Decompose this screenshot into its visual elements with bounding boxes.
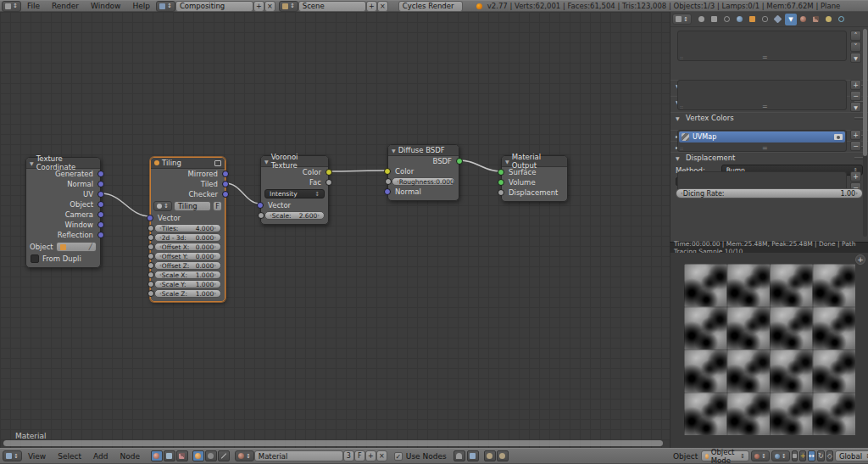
collapse-icon[interactable]: ▼ xyxy=(30,160,34,166)
menu-window[interactable]: Window xyxy=(91,2,121,10)
world-shader-toggle[interactable] xyxy=(205,450,217,461)
tab-object[interactable] xyxy=(747,14,759,25)
remove-uv-map-button[interactable]: − xyxy=(850,141,861,151)
region-expand-button[interactable]: + xyxy=(855,254,865,265)
socket-roughness-input[interactable] xyxy=(385,178,392,185)
group-datablock-button[interactable]: ↕ xyxy=(153,201,172,211)
render-copy-button[interactable] xyxy=(484,450,496,461)
socket-object[interactable] xyxy=(97,201,104,208)
tab-scene[interactable] xyxy=(721,14,733,25)
properties-scrollbar[interactable] xyxy=(863,29,867,237)
add-shape-key-button[interactable]: + xyxy=(850,80,861,90)
scale-x-slider[interactable]: ‹Scale X:1.000› xyxy=(154,271,221,279)
node-voronoi-texture[interactable]: ▼ Voronoi Texture Color Fac Intensity ↕ … xyxy=(260,155,329,225)
socket-uv[interactable] xyxy=(97,191,104,198)
socket-volume-input[interactable] xyxy=(498,179,504,186)
socket-window[interactable] xyxy=(97,221,104,228)
scale-slider[interactable]: ‹Scale:2.600› xyxy=(264,211,325,220)
add-layout-button[interactable]: + xyxy=(253,1,264,12)
snap-mode-button[interactable] xyxy=(467,450,479,461)
shape-keys-list[interactable]: :: = xyxy=(677,80,847,110)
material-name-field[interactable]: Material xyxy=(254,450,343,461)
tab-particles[interactable] xyxy=(823,14,835,25)
3d-viewport[interactable]: + xyxy=(670,253,868,448)
editor-type-button[interactable]: ↕ xyxy=(3,450,22,461)
material-icon-button[interactable]: ↕ xyxy=(235,450,254,461)
screen-layout-icon-button[interactable]: ↕ xyxy=(156,1,175,12)
socket-scale-z[interactable] xyxy=(147,290,154,297)
socket-normal-input[interactable] xyxy=(384,188,391,195)
expand-icon[interactable]: ▼ xyxy=(676,115,682,121)
mode-selector[interactable]: Object Mode ↕ xyxy=(701,450,749,461)
scene-icon-button[interactable]: ↕ xyxy=(279,1,298,12)
render-engine-selector[interactable]: Cycles Render xyxy=(398,1,463,12)
node-material-output[interactable]: ▼ Material Output Surface Volume Displac… xyxy=(501,155,568,202)
manipulator-scale-button[interactable]: ◇ xyxy=(826,450,833,461)
coloring-dropdown[interactable]: Intensity ↕ xyxy=(264,189,325,198)
material-users-button[interactable]: 3 xyxy=(343,450,354,461)
socket-fac-output[interactable] xyxy=(326,179,332,186)
texture-nodes-toggle[interactable] xyxy=(176,450,188,461)
tab-physics[interactable] xyxy=(836,14,848,25)
vertex-colors-panel-header[interactable]: ▼ Vertex Colors xyxy=(670,112,868,123)
render-camera-icon[interactable] xyxy=(834,134,843,140)
socket-mirrored[interactable] xyxy=(222,171,229,177)
fake-user-button[interactable]: F xyxy=(354,450,365,461)
unlink-material-button[interactable]: × xyxy=(376,450,387,461)
socket-scale-input[interactable] xyxy=(258,212,264,219)
node-header[interactable]: ▼ Voronoi Texture xyxy=(261,156,328,167)
node-header[interactable]: ▼ Texture Coordinate xyxy=(26,158,100,169)
viewport-shading-button[interactable]: ↕ xyxy=(751,450,770,461)
scale-z-slider[interactable]: ‹Scale Z:1.000› xyxy=(154,289,221,298)
socket-scale-x[interactable] xyxy=(147,271,154,278)
socket-color-input[interactable] xyxy=(384,168,391,175)
menu-add[interactable]: Add xyxy=(93,452,108,461)
collapse-icon[interactable]: ▼ xyxy=(505,159,509,165)
remove-shape-key-button[interactable]: − xyxy=(850,91,861,101)
offset-z-slider[interactable]: ‹Offset Z:0.000› xyxy=(154,261,221,270)
2d3d-slider[interactable]: ‹2d - 3d:0.000› xyxy=(154,233,221,242)
menu-object[interactable]: Object xyxy=(673,452,698,461)
uv-maps-list[interactable]: UVMap :: = xyxy=(677,130,847,152)
socket-offset-y[interactable] xyxy=(147,253,154,260)
close-layout-button[interactable]: × xyxy=(264,1,275,12)
manipulator-axis-button[interactable]: + xyxy=(799,450,807,461)
edit-group-icon[interactable] xyxy=(214,160,221,166)
shape-key-specials-button[interactable]: ▼ xyxy=(850,102,861,112)
offset-x-slider[interactable]: ‹Offset X:0.000› xyxy=(154,243,221,251)
socket-vector-input[interactable] xyxy=(257,202,264,209)
screen-layout-selector[interactable]: Compositing xyxy=(175,1,253,12)
node-header[interactable]: ▼ Diffuse BSDF xyxy=(388,145,459,156)
socket-camera[interactable] xyxy=(97,211,104,218)
socket-displacement-input[interactable] xyxy=(498,189,504,196)
socket-surface-input[interactable] xyxy=(498,169,504,176)
offset-y-slider[interactable]: ‹Offset Y:0.000› xyxy=(154,252,221,260)
menu-select[interactable]: Select xyxy=(58,452,81,461)
socket-vector-input[interactable] xyxy=(147,215,153,221)
lamp-shader-toggle[interactable] xyxy=(218,450,230,461)
socket-checker[interactable] xyxy=(222,191,229,198)
list-scroll-down-button[interactable]: ˅ xyxy=(850,42,861,52)
scale-y-slider[interactable]: ‹Scale Y:1.000› xyxy=(154,280,221,288)
close-scene-button[interactable]: × xyxy=(377,1,388,12)
list-scroll-up-button[interactable]: ˄ xyxy=(850,31,861,41)
add-scene-button[interactable]: + xyxy=(366,1,377,12)
transform-orientation-selector[interactable]: Global ↕ xyxy=(835,450,868,461)
tab-modifiers[interactable] xyxy=(772,14,784,25)
editor-type-button[interactable]: ↕ xyxy=(2,1,21,12)
socket-offset-x[interactable] xyxy=(147,243,154,250)
tab-render[interactable] xyxy=(696,14,708,25)
add-vertex-color-button[interactable]: + xyxy=(850,171,861,182)
render-step-button[interactable] xyxy=(497,450,509,461)
roughness-slider[interactable]: ‹Roughness:0.000› xyxy=(392,177,455,186)
snap-toggle-button[interactable] xyxy=(453,450,465,461)
node-diffuse-bsdf[interactable]: ▼ Diffuse BSDF BSDF Color ‹Roughness:0.0… xyxy=(387,144,459,201)
tab-object-data[interactable]: ▼ xyxy=(785,14,797,25)
pivot-point-button[interactable]: ↕ xyxy=(771,450,790,461)
socket-tiled[interactable] xyxy=(222,181,229,187)
fake-user-button[interactable]: F xyxy=(213,201,222,211)
tiles-slider[interactable]: ‹Tiles:4.000› xyxy=(154,224,221,232)
node-editor-canvas[interactable]: ▼ Texture Coordinate Generated Normal UV… xyxy=(0,12,670,448)
expand-icon[interactable]: ▼ xyxy=(676,155,682,161)
vertex-groups-list[interactable]: :: = xyxy=(677,31,847,61)
